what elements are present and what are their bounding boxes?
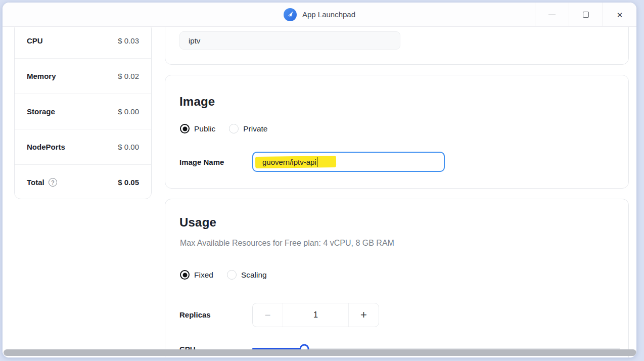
maximize-button[interactable]	[569, 3, 603, 27]
radio-public-label: Public	[194, 124, 215, 133]
image-visibility-radio-group: Public Private	[180, 124, 267, 133]
app-window: App Launchpad ✕ CPU $ 0.03 Memory $ 0.02…	[2, 2, 637, 358]
close-button[interactable]: ✕	[603, 3, 636, 27]
radio-public[interactable]: Public	[180, 124, 215, 133]
app-name-card	[165, 27, 629, 65]
radio-scaling-label: Scaling	[241, 270, 267, 280]
maximize-icon	[583, 12, 589, 18]
pricing-panel: CPU $ 0.03 Memory $ 0.02 Storage $ 0.00 …	[14, 27, 152, 199]
pricing-row-storage: Storage $ 0.00	[15, 94, 151, 129]
window-title-label: App Launchpad	[302, 10, 355, 19]
pricing-total-value: $ 0.05	[118, 178, 139, 187]
app-launchpad-icon	[284, 8, 297, 21]
text-caret	[317, 157, 318, 167]
pricing-label: Memory	[27, 72, 56, 80]
window-controls: ✕	[535, 3, 636, 27]
usage-section-title: Usage	[179, 215, 216, 230]
radio-private[interactable]: Private	[229, 124, 267, 133]
minimize-button[interactable]	[535, 3, 569, 27]
image-name-label: Image Name	[179, 158, 224, 166]
help-icon[interactable]: ?	[49, 178, 57, 187]
pricing-value: $ 0.00	[118, 143, 139, 151]
image-section-card: Image Public Private Image Name guovern/…	[165, 75, 629, 189]
minimize-icon	[548, 15, 556, 15]
image-section-title: Image	[179, 95, 215, 109]
app-name-input[interactable]	[179, 31, 400, 50]
total-label-text: Total	[27, 178, 44, 187]
horizontal-scrollbar[interactable]	[4, 349, 636, 356]
pricing-value: $ 0.00	[118, 107, 139, 116]
pricing-label: NodePorts	[27, 143, 65, 151]
radio-selected-icon	[180, 270, 190, 280]
pricing-row-total: Total ? $ 0.05	[15, 164, 151, 200]
image-name-input[interactable]: guovern/iptv-api	[252, 152, 445, 172]
radio-unselected-icon	[227, 270, 237, 280]
radio-private-label: Private	[243, 124, 267, 133]
pricing-label: CPU	[27, 36, 43, 45]
pricing-row-memory: Memory $ 0.02	[15, 58, 151, 94]
replicas-stepper: − 1 +	[252, 303, 379, 327]
radio-fixed[interactable]: Fixed	[180, 270, 213, 280]
replicas-decrease-button[interactable]: −	[253, 303, 283, 327]
radio-unselected-icon	[229, 124, 239, 133]
window-title: App Launchpad	[284, 8, 355, 21]
image-name-value: guovern/iptv-api	[262, 158, 316, 166]
pricing-label: Storage	[27, 107, 55, 116]
radio-selected-icon	[180, 124, 190, 133]
title-bar: App Launchpad ✕	[3, 3, 636, 27]
replicas-label: Replicas	[179, 310, 211, 319]
main-content: CPU $ 0.03 Memory $ 0.02 Storage $ 0.00 …	[3, 27, 636, 358]
radio-fixed-label: Fixed	[194, 270, 213, 280]
replicas-increase-button[interactable]: +	[348, 303, 379, 327]
pricing-value: $ 0.03	[118, 36, 139, 45]
pricing-value: $ 0.02	[118, 72, 139, 80]
replicas-value: 1	[283, 303, 348, 327]
radio-scaling[interactable]: Scaling	[227, 270, 267, 280]
usage-section-card: Usage Max Available Resources for Free p…	[165, 199, 629, 358]
usage-subtitle: Max Available Resources for Free plan: 4…	[180, 239, 394, 248]
pricing-row-nodeports: NodePorts $ 0.00	[15, 129, 151, 164]
pricing-row-cpu: CPU $ 0.03	[15, 27, 151, 58]
pricing-total-label: Total ?	[27, 178, 57, 187]
usage-mode-radio-group: Fixed Scaling	[180, 270, 267, 280]
close-icon: ✕	[617, 11, 623, 19]
